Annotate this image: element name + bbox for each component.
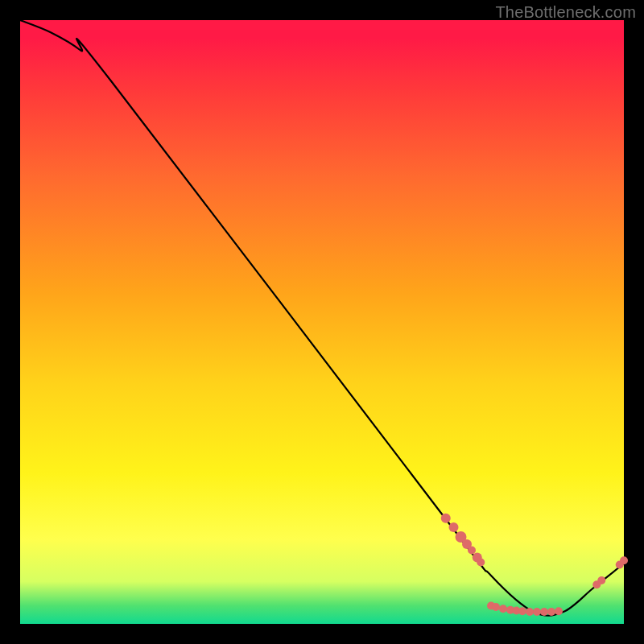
data-point: [449, 522, 459, 532]
data-point: [499, 605, 507, 613]
bottleneck-curve: [20, 20, 624, 616]
chart-overlay: [20, 20, 624, 624]
data-point: [533, 608, 541, 616]
data-point: [547, 608, 555, 616]
data-point: [555, 607, 563, 615]
data-point: [526, 608, 534, 616]
data-point: [492, 603, 500, 611]
data-point: [597, 576, 605, 584]
data-point: [540, 608, 548, 616]
data-point: [477, 559, 485, 567]
data-point: [518, 607, 526, 615]
data-point: [620, 556, 628, 564]
plot-area: [20, 20, 624, 624]
chart-container: TheBottleneck.com: [0, 0, 644, 644]
marker-group: [441, 514, 628, 616]
data-point: [468, 547, 476, 555]
credit-text: TheBottleneck.com: [495, 3, 636, 22]
data-point: [441, 514, 451, 523]
